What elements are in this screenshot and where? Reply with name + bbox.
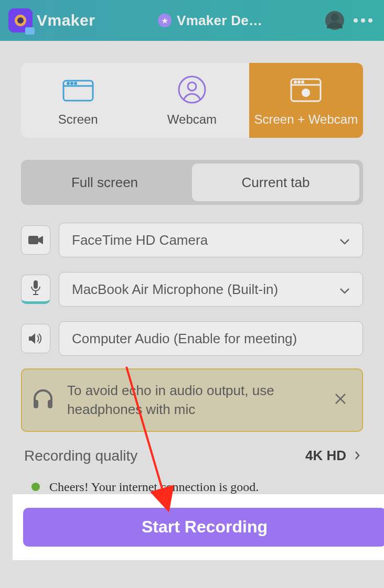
scope-current-tab[interactable]: Current tab [192,164,359,201]
svg-rect-14 [28,236,38,244]
camera-select-value: FaceTime HD Camera [72,232,208,248]
svg-point-0 [331,14,339,21]
mode-combo-label: Screen + Webcam [254,112,358,127]
svg-point-13 [302,89,310,97]
svg-point-4 [71,82,72,84]
status-dot-icon [31,483,40,491]
close-icon[interactable] [328,388,353,411]
more-menu-icon[interactable] [354,18,372,23]
recording-mode-tabs: Screen Webcam Screen + Webc [21,63,363,138]
mode-screen-label: Screen [58,112,98,127]
speaker-icon [21,324,50,353]
svg-point-6 [179,77,205,103]
mode-webcam[interactable]: Webcam [135,63,249,138]
mode-screen[interactable]: Screen [21,63,135,138]
svg-point-11 [298,81,300,82]
microphone-select-value: MacBook Air Microphone (Built-in) [72,281,278,298]
system-audio-select[interactable]: Computer Audio (Enable for meeting) [59,321,363,356]
mode-screen-webcam[interactable]: Screen + Webcam [249,63,363,138]
user-avatar[interactable] [325,11,344,30]
svg-rect-18 [34,400,38,408]
svg-point-10 [295,81,296,82]
recording-quality-label: Recording quality [24,448,137,464]
svg-point-12 [302,81,304,82]
camera-icon [21,225,50,255]
svg-point-5 [74,82,76,84]
scope-full-screen[interactable]: Full screen [21,164,188,201]
screen-webcam-icon [290,74,322,105]
svg-point-7 [188,82,196,91]
headphones-icon [31,387,55,412]
footer-bar: Start Recording [13,494,384,560]
team-name: Vmaker De… [177,13,262,29]
headphones-hint-text: To avoid echo in audio output, use headp… [67,381,316,419]
chevron-right-icon [355,448,360,464]
team-selector[interactable]: ★ Vmaker De… [95,13,325,29]
brand-name: Vmaker [37,12,95,29]
microphone-select[interactable]: MacBook Air Microphone (Built-in) [59,272,363,307]
system-audio-value: Computer Audio (Enable for meeting) [72,331,297,347]
mode-webcam-label: Webcam [167,112,217,127]
star-icon: ★ [158,14,172,27]
brand-logo-icon [8,8,33,32]
headphones-hint: To avoid echo in audio output, use headp… [21,368,363,432]
connection-status: Cheers! Your internet connection is good… [21,480,363,494]
capture-scope-toggle: Full screen Current tab [21,160,363,205]
connection-status-text: Cheers! Your internet connection is good… [49,480,259,494]
recording-quality-value[interactable]: 4K HD [305,448,360,464]
screen-icon [62,74,94,105]
start-recording-button[interactable]: Start Recording [23,508,384,547]
camera-select[interactable]: FaceTime HD Camera [59,223,363,257]
brand-block: Vmaker [8,8,95,32]
chevron-down-icon [339,232,350,248]
app-header: Vmaker ★ Vmaker De… [0,0,384,41]
svg-point-3 [67,82,69,84]
svg-rect-19 [48,400,52,408]
webcam-icon [177,74,207,105]
chevron-down-icon [339,281,350,298]
svg-rect-15 [34,280,38,289]
microphone-icon [21,275,50,304]
